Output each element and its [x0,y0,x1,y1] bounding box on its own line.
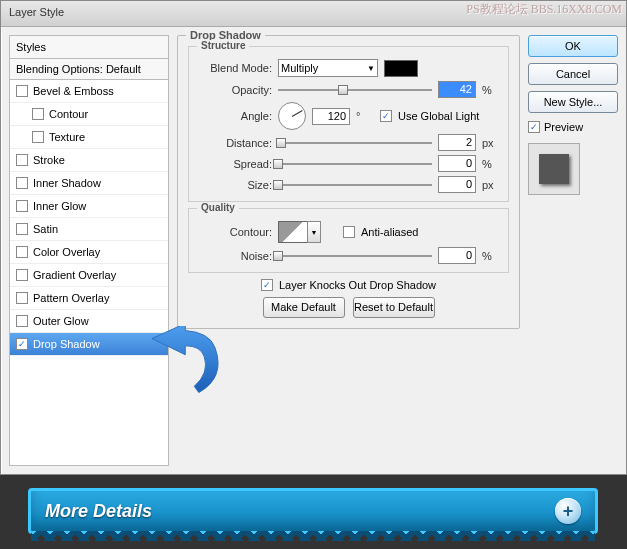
sidebar-item-stroke[interactable]: Stroke [10,149,168,172]
noise-label: Noise: [197,250,272,262]
sidebar-item-label: Inner Glow [33,200,86,212]
spread-slider[interactable] [278,156,432,172]
distance-input[interactable]: 2 [438,134,476,151]
banner-zigzag [31,531,595,541]
sidebar-head[interactable]: Styles [10,36,168,59]
sidebar-item-label: Pattern Overlay [33,292,109,304]
contour-label: Contour: [197,226,272,238]
sidebar-checkbox[interactable] [16,85,28,97]
contour-picker[interactable] [278,221,308,243]
sidebar-checkbox[interactable] [16,177,28,189]
sidebar-item-inner-shadow[interactable]: Inner Shadow [10,172,168,195]
more-details-banner[interactable]: More Details + [28,488,598,534]
sidebar-item-satin[interactable]: Satin [10,218,168,241]
sidebar-item-contour[interactable]: Contour [10,103,168,126]
blend-mode-label: Blend Mode: [197,62,272,74]
cancel-button[interactable]: Cancel [528,63,618,85]
sidebar-item-inner-glow[interactable]: Inner Glow [10,195,168,218]
sidebar-item-gradient-overlay[interactable]: Gradient Overlay [10,264,168,287]
sidebar-item-label: Stroke [33,154,65,166]
use-global-light-checkbox[interactable]: ✓ [380,110,392,122]
title-bar: Layer Style PS教程论坛 BBS.16XX8.COM [1,1,626,27]
angle-label: Angle: [197,110,272,122]
angle-input[interactable]: 120 [312,108,350,125]
noise-input[interactable]: 0 [438,247,476,264]
sidebar-item-drop-shadow[interactable]: ✓Drop Shadow [10,333,168,356]
window-title: Layer Style [9,6,64,18]
noise-slider[interactable] [278,248,432,264]
dialog-buttons: OK Cancel New Style... ✓ Preview [528,35,618,466]
unit-px: px [482,137,500,149]
styles-sidebar: Styles Blending Options: Default Bevel &… [9,35,169,466]
sidebar-checkbox[interactable]: ✓ [16,338,28,350]
sidebar-item-label: Texture [49,131,85,143]
make-default-button[interactable]: Make Default [263,297,345,318]
opacity-input[interactable]: 42 [438,81,476,98]
angle-dial[interactable] [278,102,306,130]
watermark: PS教程论坛 BBS.16XX8.COM [466,3,622,16]
size-slider[interactable] [278,177,432,193]
preview-checkbox[interactable]: ✓ [528,121,540,133]
quality-legend: Quality [197,202,239,213]
opacity-label: Opacity: [197,84,272,96]
sidebar-blending-options[interactable]: Blending Options: Default [10,59,168,80]
shadow-color-swatch[interactable] [384,60,418,77]
unit-percent: % [482,84,500,96]
knockout-checkbox[interactable]: ✓ [261,279,273,291]
layer-style-dialog: Layer Style PS教程论坛 BBS.16XX8.COM Styles … [0,0,627,475]
blend-mode-select[interactable]: Multiply ▼ [278,59,378,77]
sidebar-item-label: Drop Shadow [33,338,100,350]
sidebar-checkbox[interactable] [32,108,44,120]
sidebar-item-label: Inner Shadow [33,177,101,189]
sidebar-item-label: Contour [49,108,88,120]
sidebar-item-label: Gradient Overlay [33,269,116,281]
antialiased-label: Anti-aliased [361,226,418,238]
unit-percent: % [482,158,500,170]
unit-degree: ° [356,110,374,122]
preview-label: Preview [544,121,583,133]
sidebar-item-label: Color Overlay [33,246,100,258]
unit-percent: % [482,250,500,262]
sidebar-checkbox[interactable] [16,246,28,258]
antialiased-checkbox[interactable] [343,226,355,238]
preview-swatch [528,143,580,195]
plus-icon[interactable]: + [555,498,581,524]
structure-legend: Structure [197,40,249,51]
sidebar-checkbox[interactable] [16,315,28,327]
sidebar-checkbox[interactable] [16,292,28,304]
unit-px: px [482,179,500,191]
use-global-light-label: Use Global Light [398,110,479,122]
sidebar-item-pattern-overlay[interactable]: Pattern Overlay [10,287,168,310]
sidebar-item-label: Satin [33,223,58,235]
sidebar-checkbox[interactable] [32,131,44,143]
quality-group: Quality Contour: ▼ Anti-aliased Noise: [188,208,509,273]
sidebar-checkbox[interactable] [16,223,28,235]
main-panel: Drop Shadow Structure Blend Mode: Multip… [177,35,520,466]
sidebar-checkbox[interactable] [16,154,28,166]
spread-input[interactable]: 0 [438,155,476,172]
new-style-button[interactable]: New Style... [528,91,618,113]
sidebar-item-label: Outer Glow [33,315,89,327]
banner-text: More Details [45,501,152,522]
chevron-down-icon: ▼ [367,64,375,73]
sidebar-item-outer-glow[interactable]: Outer Glow [10,310,168,333]
sidebar-item-texture[interactable]: Texture [10,126,168,149]
sidebar-item-label: Bevel & Emboss [33,85,114,97]
sidebar-checkbox[interactable] [16,269,28,281]
sidebar-checkbox[interactable] [16,200,28,212]
distance-slider[interactable] [278,135,432,151]
size-input[interactable]: 0 [438,176,476,193]
sidebar-item-color-overlay[interactable]: Color Overlay [10,241,168,264]
spread-label: Spread: [197,158,272,170]
structure-group: Structure Blend Mode: Multiply ▼ Opacity… [188,46,509,202]
size-label: Size: [197,179,272,191]
opacity-slider[interactable] [278,82,432,98]
drop-shadow-group: Drop Shadow Structure Blend Mode: Multip… [177,35,520,329]
contour-dropdown[interactable]: ▼ [307,221,321,243]
reset-default-button[interactable]: Reset to Default [353,297,435,318]
distance-label: Distance: [197,137,272,149]
sidebar-item-bevel-emboss[interactable]: Bevel & Emboss [10,80,168,103]
knockout-label: Layer Knocks Out Drop Shadow [279,279,436,291]
ok-button[interactable]: OK [528,35,618,57]
